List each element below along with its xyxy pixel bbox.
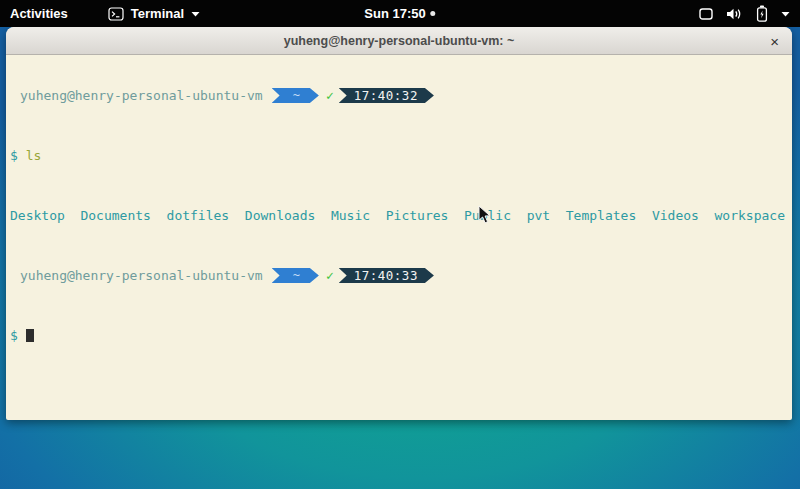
- prompt-symbol: $: [10, 328, 18, 343]
- directory-name: workspace: [715, 208, 785, 223]
- notification-dot: [431, 11, 436, 16]
- directory-name: Templates: [566, 208, 636, 223]
- directory-name: Documents: [80, 208, 150, 223]
- top-bar: Activities Terminal Sun 17:50: [0, 0, 800, 27]
- activities-button[interactable]: Activities: [10, 6, 68, 21]
- prompt-line-2: yuheng@henry-personal-ubuntu-vm~✓17:40:3…: [10, 268, 788, 283]
- clock-button[interactable]: Sun 17:50: [364, 6, 435, 21]
- terminal-window: yuheng@henry-personal-ubuntu-vm: ~ × yuh…: [6, 27, 792, 420]
- directory-name: Music: [331, 208, 370, 223]
- chevron-down-icon: [191, 11, 200, 17]
- system-status-menu[interactable]: [699, 0, 790, 27]
- chevron-down-icon: [781, 11, 790, 17]
- command-line-ls: $ ls: [10, 148, 788, 163]
- prompt-user-host: yuheng@henry-personal-ubuntu-vm: [20, 268, 263, 283]
- app-menu-terminal[interactable]: Terminal: [108, 6, 200, 21]
- terminal-cursor: [26, 329, 34, 342]
- app-menu-label: Terminal: [131, 6, 184, 21]
- cwd-badge: ~: [272, 268, 319, 283]
- status-check-icon: ✓: [326, 88, 334, 103]
- cwd-badge: ~: [272, 88, 319, 103]
- clock-label: Sun 17:50: [364, 6, 425, 21]
- mouse-cursor: [478, 205, 492, 229]
- directory-name: Downloads: [245, 208, 315, 223]
- time-badge: 17:40:33: [339, 268, 434, 283]
- command-text: ls: [26, 148, 42, 163]
- prompt-symbol: $: [10, 148, 18, 163]
- close-icon[interactable]: ×: [770, 33, 779, 48]
- battery-charging-icon: [756, 5, 768, 22]
- time-badge: 17:40:32: [339, 88, 434, 103]
- prompt-user-host: yuheng@henry-personal-ubuntu-vm: [20, 88, 263, 103]
- directory-name: pvt: [527, 208, 550, 223]
- ls-output-line: Desktop Documents dotfiles Downloads Mus…: [10, 208, 788, 223]
- window-titlebar[interactable]: yuheng@henry-personal-ubuntu-vm: ~ ×: [6, 27, 792, 55]
- status-check-icon: ✓: [326, 268, 334, 283]
- volume-icon: [726, 7, 743, 21]
- prompt-line-1: yuheng@henry-personal-ubuntu-vm~✓17:40:3…: [10, 88, 788, 103]
- directory-name: Desktop: [10, 208, 65, 223]
- command-line-current: $: [10, 328, 788, 343]
- directory-name: dotfiles: [167, 208, 230, 223]
- screen-icon: [699, 7, 713, 21]
- window-title: yuheng@henry-personal-ubuntu-vm: ~: [284, 34, 515, 48]
- terminal-icon: [108, 7, 124, 21]
- directory-name: Pictures: [386, 208, 449, 223]
- directory-name: Videos: [652, 208, 699, 223]
- terminal-content[interactable]: yuheng@henry-personal-ubuntu-vm~✓17:40:3…: [6, 55, 792, 376]
